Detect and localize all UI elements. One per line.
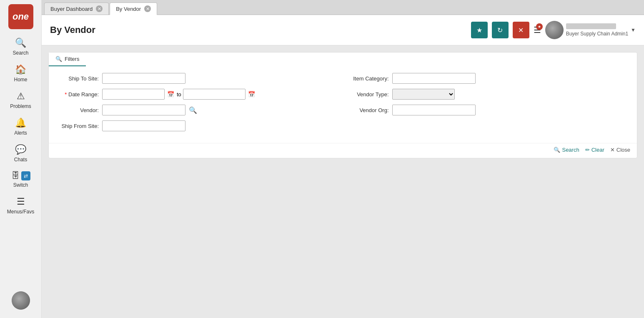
- bell-icon: 🔔: [15, 118, 26, 128]
- avatar-image: [12, 291, 30, 310]
- clear-action-icon: ✏: [585, 147, 590, 153]
- filters-tab[interactable]: 🔍 Filters: [49, 53, 637, 66]
- date-range-label: Date Range:: [57, 91, 99, 98]
- notifications-menu-button[interactable]: ☰ ★: [534, 25, 541, 35]
- tab-by-vendor-label: By Vendor: [116, 6, 141, 12]
- close-action-label: Close: [616, 147, 630, 153]
- user-name-area: Buyer Supply Chain Admin1: [566, 23, 628, 37]
- filter-panel: 🔍 Filters Ship To Site: Item Category:: [48, 52, 637, 158]
- vendor-org-input[interactable]: [392, 105, 476, 115]
- content-area: 🔍 Filters Ship To Site: Item Category:: [42, 45, 644, 318]
- sidebar-item-home[interactable]: 🏠 Home: [0, 60, 41, 87]
- switch-badge: ⇄: [21, 171, 30, 180]
- main-content: Buyer Dashboard ✕ By Vendor ✕ By Vendor …: [42, 0, 644, 318]
- date-range-inputs: 📅 to 📅: [102, 89, 256, 100]
- tab-by-vendor[interactable]: By Vendor ✕: [110, 3, 157, 15]
- filter-row-2: Date Range: 📅 to 📅 Vendor Type:: [57, 89, 629, 100]
- ship-from-site-input[interactable]: [102, 120, 185, 131]
- tab-bar: Buyer Dashboard ✕ By Vendor ✕: [42, 0, 644, 15]
- tab-buyer-dashboard-close[interactable]: ✕: [96, 5, 103, 12]
- filter-group-vendor: Vendor: 🔍: [57, 105, 339, 115]
- close-action-button[interactable]: ✕ Close: [610, 147, 630, 153]
- sidebar-item-chats[interactable]: 💬 Chats: [0, 140, 41, 167]
- page-title: By Vendor: [50, 25, 95, 35]
- search-action-button[interactable]: 🔍 Search: [554, 147, 579, 153]
- notification-badge: ★: [536, 23, 543, 30]
- sidebar-item-label-problems: Problems: [10, 103, 31, 109]
- user-dropdown[interactable]: Buyer Supply Chain Admin1 ▼: [545, 21, 636, 39]
- tab-buyer-dashboard[interactable]: Buyer Dashboard ✕: [44, 3, 109, 15]
- sidebar-item-alerts[interactable]: 🔔 Alerts: [0, 113, 41, 140]
- filter-group-ship-to-site: Ship To Site:: [57, 73, 339, 84]
- filters-label: Filters: [65, 56, 79, 62]
- clear-action-button[interactable]: ✏ Clear: [585, 147, 604, 153]
- logo-text: one: [13, 11, 29, 22]
- sidebar-item-label-home: Home: [14, 77, 27, 83]
- filter-row-1: Ship To Site: Item Category:: [57, 73, 629, 84]
- refresh-button[interactable]: ↻: [492, 22, 509, 38]
- sidebar-bottom: [0, 287, 41, 314]
- filter-group-date-range: Date Range: 📅 to 📅: [57, 89, 339, 100]
- filter-group-vendor-org: Vendor Org:: [347, 105, 629, 115]
- sidebar-item-problems[interactable]: ⚠ Problems: [0, 87, 41, 113]
- tab-by-vendor-close[interactable]: ✕: [144, 5, 151, 12]
- ship-to-site-input[interactable]: [102, 73, 185, 84]
- app-logo[interactable]: one: [8, 4, 33, 29]
- filter-row-3: Vendor: 🔍 Vendor Org:: [57, 105, 629, 115]
- tab-buyer-dashboard-label: Buyer Dashboard: [50, 6, 93, 12]
- vendor-org-label: Vendor Org:: [347, 107, 389, 113]
- filter-search-icon: 🔍: [55, 56, 62, 62]
- favorite-button[interactable]: ★: [471, 22, 488, 38]
- search-icon: 🔍: [15, 38, 26, 48]
- close-page-button[interactable]: ✕: [513, 22, 529, 38]
- sidebar-item-menus-favs[interactable]: ☰ Menus/Favs: [0, 192, 41, 219]
- sidebar-item-label-alerts: Alerts: [14, 130, 27, 136]
- filter-group-item-category: Item Category:: [347, 73, 629, 84]
- vendor-label: Vendor:: [57, 107, 99, 113]
- header-right: ★ ↻ ✕ ☰ ★ Buyer Supply Chain Admin1 ▼: [471, 21, 636, 39]
- switch-icon: 🗄: [11, 171, 20, 180]
- filter-group-ship-from-site: Ship From Site:: [57, 120, 339, 131]
- filter-group-empty: [347, 120, 629, 131]
- search-action-icon: 🔍: [554, 147, 560, 153]
- filter-body: Ship To Site: Item Category: Date Range:: [49, 66, 637, 143]
- date-end-calendar-button[interactable]: 📅: [247, 91, 256, 98]
- sidebar-item-search[interactable]: 🔍 Search: [0, 33, 41, 60]
- date-start-calendar-button[interactable]: 📅: [166, 91, 175, 98]
- filter-group-vendor-type: Vendor Type:: [347, 89, 629, 100]
- user-role: Buyer Supply Chain Admin1: [566, 31, 628, 37]
- user-avatar[interactable]: [545, 21, 564, 39]
- search-action-label: Search: [562, 147, 579, 153]
- chat-icon: 💬: [15, 144, 26, 155]
- filters-tab-label[interactable]: 🔍 Filters: [49, 53, 86, 66]
- sidebar-item-label-menus: Menus/Favs: [7, 209, 34, 215]
- menu-icon: ☰: [17, 196, 25, 207]
- sidebar-item-switch[interactable]: 🗄 ⇄ Switch: [0, 167, 41, 192]
- sidebar: one 🔍 Search 🏠 Home ⚠ Problems 🔔 Alerts …: [0, 0, 42, 318]
- sidebar-item-label-switch: Switch: [13, 182, 28, 188]
- date-range-start-input[interactable]: [102, 89, 165, 100]
- close-action-icon: ✕: [610, 147, 615, 153]
- vendor-type-select[interactable]: [392, 89, 455, 100]
- date-range-end-input[interactable]: [183, 89, 246, 100]
- warning-icon: ⚠: [17, 91, 25, 102]
- ship-from-site-label: Ship From Site:: [57, 123, 99, 129]
- filter-actions: 🔍 Search ✏ Clear ✕ Close: [49, 143, 637, 158]
- clear-action-label: Clear: [591, 147, 604, 153]
- ship-to-site-label: Ship To Site:: [57, 75, 99, 82]
- date-range-to-label: to: [177, 91, 181, 98]
- vendor-input[interactable]: [102, 105, 185, 115]
- home-icon: 🏠: [15, 64, 26, 75]
- filter-row-4: Ship From Site:: [57, 120, 629, 131]
- user-name-bar: [566, 23, 616, 29]
- vendor-search-button[interactable]: 🔍: [189, 106, 197, 114]
- item-category-input[interactable]: [392, 73, 476, 84]
- dropdown-arrow-icon[interactable]: ▼: [631, 27, 636, 33]
- item-category-label: Item Category:: [347, 75, 389, 82]
- sidebar-avatar[interactable]: [12, 291, 30, 310]
- sidebar-item-label-chats: Chats: [14, 157, 27, 163]
- sidebar-item-label-search: Search: [13, 50, 28, 56]
- vendor-type-label: Vendor Type:: [347, 91, 389, 98]
- page-header: By Vendor ★ ↻ ✕ ☰ ★ Buyer Supply Chain A…: [42, 15, 644, 45]
